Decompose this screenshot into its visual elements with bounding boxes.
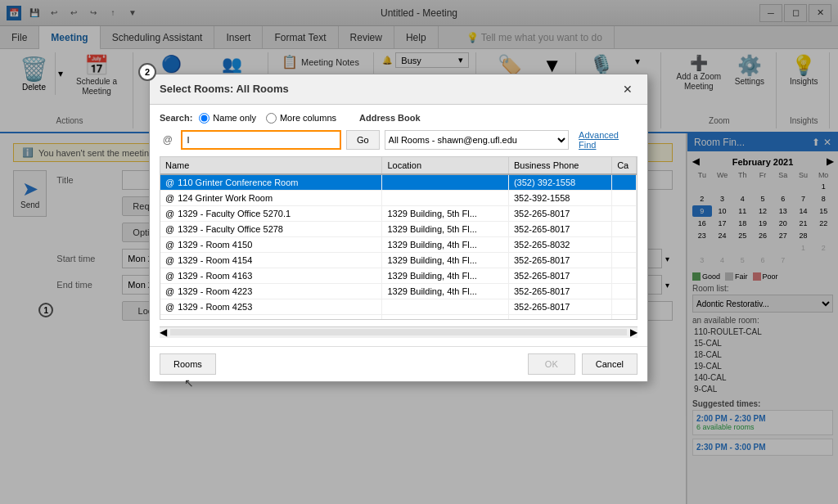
modal-close-button[interactable]: ✕ <box>618 79 638 99</box>
room-name-cell: @1329 - Room 4253 <box>160 299 382 314</box>
scroll-track[interactable] <box>170 329 627 335</box>
room-phone-cell: 352-265-8017 <box>508 283 611 299</box>
room-location-cell <box>382 299 509 314</box>
col-location: Location <box>382 157 509 174</box>
horizontal-scrollbar[interactable]: ◀ ▶ <box>160 326 638 338</box>
room-ca-cell <box>612 174 637 191</box>
scroll-right-icon[interactable]: ▶ <box>630 326 638 338</box>
rooms-table-container: Name Location Business Phone Ca @110 Gri… <box>160 156 638 320</box>
room-location-cell <box>382 190 509 205</box>
room-location-cell: 1329 Building, 4th Fl... <box>382 252 509 268</box>
room-phone-cell: 352-265-8017 <box>508 268 611 283</box>
room-location-cell: 1329 Building, 4th Fl... <box>382 268 509 283</box>
step2-badge: 2 <box>138 63 156 81</box>
table-row[interactable]: @1329 - Room 4163 1329 Building, 4th Fl.… <box>160 268 637 283</box>
table-row[interactable]: @1329 - Room 4264 1329 Building, 4th Fl.… <box>160 314 637 320</box>
table-row[interactable]: @110 Grinter Conference Room (352) 392-1… <box>160 174 637 191</box>
cancel-button[interactable]: Cancel <box>582 353 638 375</box>
col-name: Name <box>160 157 382 174</box>
table-row[interactable]: @124 Grinter Work Room 352-392-1558 <box>160 190 637 205</box>
room-name-cell: @110 Grinter Conference Room <box>160 174 382 191</box>
rooms-table: Name Location Business Phone Ca @110 Gri… <box>160 157 637 320</box>
col-ca: Ca <box>612 157 637 174</box>
room-phone-cell: 352-265-8032 <box>508 236 611 252</box>
room-phone-cell: 352-392-1558 <box>508 190 611 205</box>
room-ca-cell <box>612 268 637 283</box>
ok-button[interactable]: OK <box>528 353 575 375</box>
room-name-cell: @1329 - Faculty Office 5270.1 <box>160 205 382 221</box>
room-location-cell: 1329 Building, 4th Fl... <box>382 283 509 299</box>
room-phone-cell: 352-265-8017 <box>508 252 611 268</box>
col-phone: Business Phone <box>508 157 611 174</box>
table-row[interactable]: @1329 - Room 4253 352-265-8017 <box>160 299 637 314</box>
go-button[interactable]: Go <box>346 130 380 150</box>
room-phone-cell: 352-265-8017 <box>508 205 611 221</box>
room-location-cell: 1329 Building, 5th Fl... <box>382 221 509 236</box>
room-ca-cell <box>612 299 637 314</box>
room-name-cell: @1329 - Room 4154 <box>160 252 382 268</box>
rooms-button[interactable]: Rooms <box>160 353 216 375</box>
rooms-table-body: @110 Grinter Conference Room (352) 392-1… <box>160 174 637 320</box>
search-radio-group: Name only More columns <box>199 113 336 124</box>
modal-title: Select Rooms: All Rooms <box>160 83 289 95</box>
room-phone-cell: (352) 392-1558 <box>508 174 611 191</box>
table-row[interactable]: @1329 - Room 4150 1329 Building, 4th Fl.… <box>160 236 637 252</box>
room-name-cell: @1329 - Room 4264 <box>160 314 382 320</box>
modal-body: Search: Name only More columns Address B… <box>150 105 647 346</box>
room-ca-cell <box>612 221 637 236</box>
modal-header: Select Rooms: All Rooms ✕ <box>150 74 647 105</box>
room-name-cell: @1329 - Faculty Office 5278 <box>160 221 382 236</box>
room-phone-cell: 352-265-8017 <box>508 314 611 320</box>
room-ca-cell <box>612 236 637 252</box>
room-ca-cell <box>612 190 637 205</box>
room-name-cell: @124 Grinter Work Room <box>160 190 382 205</box>
room-ca-cell <box>612 252 637 268</box>
search-at-icon: @ <box>160 134 176 146</box>
room-phone-cell: 352-265-8017 <box>508 299 611 314</box>
room-location-cell: 1329 Building, 4th Fl... <box>382 236 509 252</box>
search-input[interactable] <box>181 130 341 150</box>
modal-footer: Rooms ↖ OK Cancel <box>150 346 647 381</box>
search-input-row: @ Go All Rooms - shawn@eng.ufl.edu Advan… <box>160 130 638 150</box>
table-row[interactable]: @1329 - Faculty Office 5270.1 1329 Build… <box>160 205 637 221</box>
more-columns-radio[interactable]: More columns <box>266 113 336 124</box>
cursor-indicator: ↖ <box>184 376 194 389</box>
room-ca-cell <box>612 314 637 320</box>
modal-footer-buttons: OK Cancel <box>528 353 638 375</box>
room-name-cell: @1329 - Room 4223 <box>160 283 382 299</box>
room-name-cell: @1329 - Room 4150 <box>160 236 382 252</box>
select-rooms-modal: 2 Select Rooms: All Rooms ✕ Search: Name… <box>149 74 648 382</box>
room-name-cell: @1329 - Room 4163 <box>160 268 382 283</box>
room-location-cell <box>382 174 509 191</box>
scroll-left-icon[interactable]: ◀ <box>160 326 167 338</box>
modal-overlay: 2 Select Rooms: All Rooms ✕ Search: Name… <box>0 0 838 504</box>
search-row: Search: Name only More columns Address B… <box>160 113 638 124</box>
table-row[interactable]: @1329 - Room 4154 1329 Building, 4th Fl.… <box>160 252 637 268</box>
room-location-cell: 1329 Building, 4th Fl... <box>382 314 509 320</box>
room-ca-cell <box>612 283 637 299</box>
address-book-label: Address Book <box>359 113 421 123</box>
table-row[interactable]: @1329 - Faculty Office 5278 1329 Buildin… <box>160 221 637 236</box>
name-only-radio[interactable]: Name only <box>199 113 256 124</box>
room-location-cell: 1329 Building, 5th Fl... <box>382 205 509 221</box>
table-row[interactable]: @1329 - Room 4223 1329 Building, 4th Fl.… <box>160 283 637 299</box>
room-ca-cell <box>612 205 637 221</box>
advanced-find-link[interactable]: Advanced Find <box>579 130 638 150</box>
address-book-dropdown[interactable]: All Rooms - shawn@eng.ufl.edu <box>385 130 569 150</box>
search-label: Search: <box>160 113 192 123</box>
table-header: Name Location Business Phone Ca <box>160 157 637 174</box>
room-phone-cell: 352-265-8017 <box>508 221 611 236</box>
